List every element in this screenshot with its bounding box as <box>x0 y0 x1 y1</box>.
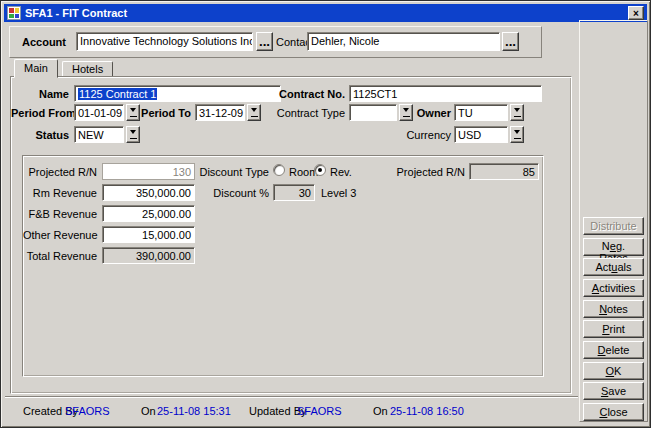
contract-type-field[interactable] <box>349 104 397 121</box>
currency-label: Currency <box>391 129 451 142</box>
account-panel: Account Innovative Technology Solutions … <box>9 26 542 58</box>
period-from-label: Period From <box>11 107 69 120</box>
created-on-value: 25-11-08 15:31 <box>157 405 231 418</box>
name-selected-text: 1125 Contract 1 <box>78 88 157 100</box>
fb-revenue-label: F&B Revenue <box>23 208 97 221</box>
projected-rn-right-label: Projected R/N <box>391 166 465 179</box>
contract-type-label: Contract Type <box>269 107 345 120</box>
discount-type-room-radio[interactable] <box>273 164 285 176</box>
contract-no-field[interactable]: 1125CT1 <box>349 85 542 102</box>
tab-hotels[interactable]: Hotels <box>62 61 113 77</box>
discount-level-label: Level 3 <box>321 187 356 200</box>
name-field[interactable]: 1125 Contract 1 <box>74 85 281 102</box>
distribute-button[interactable]: Distribute <box>583 217 644 235</box>
other-revenue-label: Other Revenue <box>23 229 97 242</box>
account-lov-icon[interactable]: ... <box>256 32 273 51</box>
currency-field[interactable]: USD <box>454 126 508 143</box>
action-buttons: DistributeNeg. RatesActualsActivitiesNot… <box>583 217 644 421</box>
discount-type-rev-label: Rev. <box>330 166 352 179</box>
total-revenue-label: Total Revenue <box>23 250 97 263</box>
contact-lov-icon[interactable]: ... <box>502 32 519 51</box>
discount-type-rev-radio[interactable] <box>314 164 326 176</box>
status-label: Status <box>11 129 69 142</box>
main-tab-content: Name 1125 Contract 1 Contract No. 1125CT… <box>10 76 572 394</box>
rm-revenue-label: Rm Revenue <box>23 187 97 200</box>
titlebar: SFA1 - FIT Contract × <box>4 4 647 22</box>
projected-rn-label: Projected R/N <box>23 166 97 179</box>
revenue-group-box: Projected R/N 130 Discount Type Room Rev… <box>22 155 544 377</box>
window-title: SFA1 - FIT Contract <box>25 7 628 19</box>
other-revenue-field[interactable]: 15,000.00 <box>102 226 195 243</box>
notes-button[interactable]: Notes <box>583 300 644 318</box>
fit-contract-window: SFA1 - FIT Contract × Account Innovative… <box>0 0 651 428</box>
owner-label: Owner <box>391 107 451 120</box>
created-on-label: On <box>141 405 156 418</box>
discount-type-label: Discount Type <box>143 166 269 179</box>
account-label: Account <box>22 36 66 49</box>
created-by-value: SFAORS <box>65 405 110 418</box>
actuals-button[interactable]: Actuals <box>583 258 644 276</box>
ok-button[interactable]: OK <box>583 362 644 380</box>
discount-pct-label: Discount % <box>173 187 269 200</box>
tab-main[interactable]: Main <box>14 59 58 78</box>
period-to-dropdown-icon[interactable] <box>247 104 261 121</box>
contact-field[interactable]: Dehler, Nicole <box>307 32 500 51</box>
app-icon <box>7 6 21 20</box>
fb-revenue-field[interactable]: 25,000.00 <box>102 205 195 222</box>
delete-button[interactable]: Delete <box>583 341 644 359</box>
account-field[interactable]: Innovative Technology Solutions Inc <box>76 32 253 51</box>
footer-divider <box>5 396 578 398</box>
projected-rn-right-field: 85 <box>469 163 539 180</box>
updated-on-value: 25-11-08 16:50 <box>390 405 464 418</box>
owner-field[interactable]: TU <box>454 104 508 121</box>
discount-pct-field: 30 <box>273 184 315 201</box>
activities-button[interactable]: Activities <box>583 279 644 297</box>
updated-on-label: On <box>373 405 388 418</box>
total-revenue-field: 390,000.00 <box>102 247 195 264</box>
updated-by-value: SFAORS <box>297 405 342 418</box>
owner-dropdown-icon[interactable] <box>510 104 524 121</box>
status-field[interactable]: NEW <box>74 126 124 143</box>
name-label: Name <box>11 88 69 101</box>
print-button[interactable]: Print <box>583 320 644 338</box>
contract-no-label: Contract No. <box>269 88 345 101</box>
status-dropdown-icon[interactable] <box>126 126 140 143</box>
close-window-icon[interactable]: × <box>628 6 644 20</box>
close-button[interactable]: Close <box>583 403 644 421</box>
neg-rates-button[interactable]: Neg. Rates <box>583 238 644 256</box>
currency-dropdown-icon[interactable] <box>510 126 524 143</box>
save-button[interactable]: Save <box>583 382 644 400</box>
action-panel: DistributeNeg. RatesActualsActivitiesNot… <box>579 20 648 422</box>
period-to-label: Period To <box>111 107 191 120</box>
period-to-field[interactable]: 31-12-09 <box>195 104 245 121</box>
